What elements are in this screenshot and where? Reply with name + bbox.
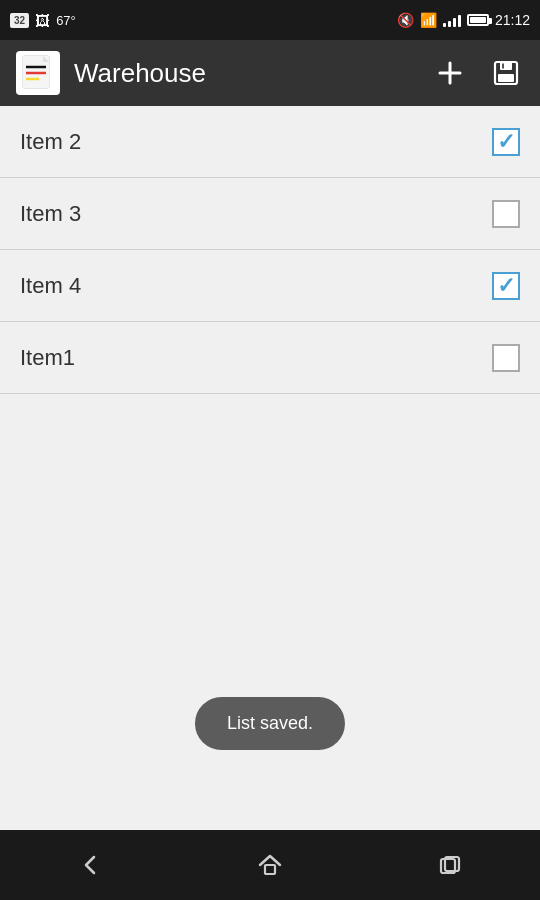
add-item-button[interactable] bbox=[432, 55, 468, 91]
app-bar: Warehouse bbox=[0, 40, 540, 106]
svg-rect-9 bbox=[500, 62, 512, 70]
nav-bar bbox=[0, 830, 540, 900]
svg-rect-10 bbox=[502, 64, 504, 69]
item-label: Item 4 bbox=[20, 273, 81, 299]
item-checkbox[interactable]: ✓ bbox=[492, 272, 520, 300]
save-list-button[interactable] bbox=[488, 55, 524, 91]
main-content: Item 2 ✓ Item 3 Item 4 ✓ Item1 List save… bbox=[0, 106, 540, 830]
home-button[interactable] bbox=[240, 835, 300, 895]
checkmark-icon: ✓ bbox=[497, 131, 515, 153]
svg-rect-11 bbox=[498, 74, 514, 82]
item-checkbox[interactable]: ✓ bbox=[492, 128, 520, 156]
toast-container: List saved. bbox=[195, 697, 345, 750]
svg-rect-12 bbox=[265, 865, 275, 874]
time-label: 21:12 bbox=[495, 12, 530, 28]
status-bar: 32 🖼 67° 🔇 📶 21:12 bbox=[0, 0, 540, 40]
mute-icon: 🔇 bbox=[397, 12, 414, 28]
item-checkbox[interactable] bbox=[492, 344, 520, 372]
app-logo bbox=[16, 51, 60, 95]
checkmark-icon: ✓ bbox=[497, 275, 515, 297]
signal-icon bbox=[443, 13, 461, 27]
list-item: Item 4 ✓ bbox=[0, 250, 540, 322]
item-label: Item 2 bbox=[20, 129, 81, 155]
list-item: Item 3 bbox=[0, 178, 540, 250]
back-button[interactable] bbox=[60, 835, 120, 895]
app-indicator-icon: 32 bbox=[10, 13, 29, 28]
battery-icon bbox=[467, 14, 489, 26]
item-label: Item 3 bbox=[20, 201, 81, 227]
app-bar-actions bbox=[432, 55, 524, 91]
toast-message: List saved. bbox=[195, 697, 345, 750]
wifi-icon: 📶 bbox=[420, 12, 437, 28]
app-title: Warehouse bbox=[74, 58, 432, 89]
item-checkbox[interactable] bbox=[492, 200, 520, 228]
logo-svg bbox=[19, 54, 57, 92]
temperature-label: 67° bbox=[56, 13, 76, 28]
recents-button[interactable] bbox=[420, 835, 480, 895]
image-icon: 🖼 bbox=[35, 12, 50, 29]
list-item: Item 2 ✓ bbox=[0, 106, 540, 178]
item-label: Item1 bbox=[20, 345, 75, 371]
list-item: Item1 bbox=[0, 322, 540, 394]
status-right: 🔇 📶 21:12 bbox=[397, 12, 530, 28]
status-left: 32 🖼 67° bbox=[10, 12, 76, 29]
